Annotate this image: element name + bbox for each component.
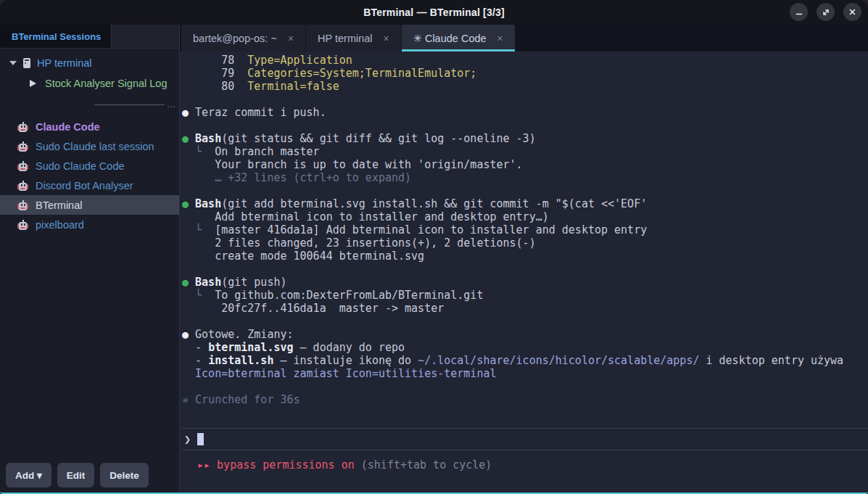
terminal-lines: 78 Type=Application 79 Categories=System… bbox=[182, 54, 868, 406]
robot-icon bbox=[17, 220, 28, 230]
session-label: Claude Code bbox=[36, 121, 100, 133]
terminal-line: ● Bash(git push) bbox=[182, 276, 868, 289]
terminal-line: … +32 lines (ctrl+o to expand) bbox=[182, 171, 868, 184]
terminal-line: ● Gotowe. Zmiany: bbox=[182, 328, 868, 341]
session-label: Sudo Claude last session bbox=[36, 141, 154, 152]
terminal-line bbox=[182, 184, 868, 197]
minimize-icon bbox=[795, 8, 803, 17]
computer-icon bbox=[23, 58, 30, 68]
terminal-line: 2 files changed, 23 insertions(+), 2 del… bbox=[182, 236, 868, 250]
robot-icon bbox=[17, 200, 28, 210]
terminal-pane: bartek@pop-os: ~×HP terminal×✳ Claude Co… bbox=[180, 25, 868, 493]
terminal-line bbox=[182, 93, 868, 106]
window-title: BTerminal — BTerminal [3/3] bbox=[363, 7, 505, 18]
robot-icon bbox=[17, 181, 28, 191]
tab-label: bartek@pop-os: ~ bbox=[193, 33, 277, 44]
text-cursor bbox=[197, 433, 204, 445]
terminal-line: - bterminal.svg — dodany do repo bbox=[182, 341, 868, 354]
tab-bartek-pop-os[interactable]: bartek@pop-os: ~× bbox=[181, 25, 305, 52]
session-label: Discord Bot Analyser bbox=[36, 180, 133, 192]
divider-handle-icon[interactable]: … bbox=[167, 102, 176, 107]
sidebar-item-claude-code[interactable]: Claude Code bbox=[0, 117, 179, 136]
chevron-down-icon[interactable] bbox=[9, 61, 17, 65]
delete-button[interactable]: Delete bbox=[100, 463, 149, 487]
terminal-line bbox=[182, 315, 868, 328]
terminal-line: ● Bash(git add bterminal.svg install.sh … bbox=[182, 197, 868, 210]
tab-claude-code[interactable]: ✳ Claude Code× bbox=[402, 25, 515, 52]
terminal-line bbox=[182, 380, 868, 393]
terminal-line: 78 Type=Application bbox=[182, 54, 868, 67]
main-split: BTerminal Sessions HP terminal Stock Ana… bbox=[0, 25, 868, 493]
session-list: Claude CodeSudo Claude last sessionSudo … bbox=[0, 117, 179, 234]
robot-icon bbox=[17, 141, 28, 152]
terminal-line bbox=[182, 263, 868, 276]
robot-icon bbox=[17, 122, 28, 132]
divider-line bbox=[94, 104, 165, 105]
tree-item-stock-analyser-signal-log[interactable]: Stock Analyser Signal Log bbox=[0, 73, 179, 94]
terminal-input[interactable]: ❯ bbox=[182, 428, 868, 450]
sidebar-item-sudo-claude-code[interactable]: Sudo Claude Code bbox=[0, 156, 179, 176]
session-label: BTerminal bbox=[36, 199, 82, 211]
session-label: Sudo Claude Code bbox=[36, 160, 125, 172]
tree-item-label: Stock Analyser Signal Log bbox=[45, 78, 167, 89]
app-window: BTerminal — BTerminal [3/3] bbox=[0, 0, 868, 494]
terminal-line: Your branch is up to date with 'origin/m… bbox=[182, 158, 868, 171]
sidebar-item-discord-bot-analyser[interactable]: Discord Bot Analyser bbox=[0, 176, 179, 195]
session-label: pixelboard bbox=[36, 219, 84, 231]
minimize-button[interactable] bbox=[790, 3, 808, 21]
edit-button[interactable]: Edit bbox=[57, 463, 95, 487]
terminal-line: └ To github.com:DexterFromLab/BTerminal.… bbox=[182, 289, 868, 302]
permissions-status: ▸▸ bypass permissions on (shift+tab to c… bbox=[182, 456, 868, 474]
robot-icon bbox=[17, 161, 28, 171]
window-controls bbox=[790, 3, 861, 21]
tab-close-icon[interactable]: × bbox=[288, 33, 294, 44]
sidebar-header-tab[interactable]: BTerminal Sessions bbox=[0, 25, 112, 48]
terminal-line: ● Bash(git status && git diff && git log… bbox=[182, 132, 868, 145]
close-button[interactable] bbox=[843, 3, 861, 21]
sidebar-item-pixelboard[interactable]: pixelboard bbox=[0, 215, 179, 234]
sidebar-spacer bbox=[0, 234, 179, 463]
terminal-line: ● Teraz commit i push. bbox=[182, 106, 868, 119]
tree-item-hp-terminal[interactable]: HP terminal bbox=[0, 53, 179, 73]
terminal-line: Icon=bterminal zamiast Icon=utilities-te… bbox=[182, 367, 868, 380]
tab-label: HP terminal bbox=[318, 33, 372, 44]
close-icon bbox=[848, 8, 856, 16]
sidebar-header-label: BTerminal Sessions bbox=[12, 31, 101, 42]
terminal-line: 79 Categories=System;TerminalEmulator; bbox=[182, 67, 868, 80]
title-bar: BTerminal — BTerminal [3/3] bbox=[0, 0, 868, 25]
terminal-line bbox=[182, 119, 868, 132]
sidebar-header: BTerminal Sessions bbox=[0, 25, 179, 49]
maximize-icon bbox=[822, 8, 830, 17]
add-button[interactable]: Add ▾ bbox=[6, 463, 51, 487]
session-tree: HP terminal Stock Analyser Signal Log bbox=[0, 49, 179, 94]
terminal-line: └ On branch master bbox=[182, 145, 868, 158]
terminal-line: 80 Terminal=false bbox=[182, 80, 868, 93]
status-mode-text: ▸▸ bypass permissions on bbox=[197, 458, 355, 472]
tab-close-icon[interactable]: × bbox=[384, 33, 389, 44]
tab-close-icon[interactable]: × bbox=[497, 33, 503, 44]
terminal-line: ✳ Crunched for 36s bbox=[182, 393, 868, 406]
sessions-sidebar: BTerminal Sessions HP terminal Stock Ana… bbox=[0, 25, 180, 493]
sidebar-item-bterminal[interactable]: BTerminal bbox=[0, 195, 179, 215]
tab-label: ✳ Claude Code bbox=[413, 33, 487, 44]
terminal-line: create mode 100644 bterminal.svg bbox=[182, 250, 868, 263]
terminal-output: 78 Type=Application 79 Categories=System… bbox=[180, 52, 868, 493]
status-hint-text: (shift+tab to cycle) bbox=[355, 458, 492, 472]
tree-item-label: HP terminal bbox=[37, 57, 91, 69]
terminal-line: Add bterminal icon to installer and desk… bbox=[182, 210, 868, 223]
tab-hp-terminal[interactable]: HP terminal× bbox=[306, 25, 401, 52]
sidebar-buttons: Add ▾EditDelete bbox=[0, 463, 179, 493]
play-icon bbox=[30, 80, 36, 87]
prompt-chevron: ❯ bbox=[184, 433, 197, 446]
terminal-line: 20fc27f..416da1a master -> master bbox=[182, 302, 868, 315]
terminal-line: └ [master 416da1a] Add bterminal icon to… bbox=[182, 223, 868, 236]
sidebar-divider[interactable]: … bbox=[94, 102, 176, 107]
sidebar-item-sudo-claude-last-session[interactable]: Sudo Claude last session bbox=[0, 136, 179, 156]
terminal-line: - install.sh — instaluje ikonę do ~/.loc… bbox=[182, 354, 868, 367]
tab-bar: bartek@pop-os: ~×HP terminal×✳ Claude Co… bbox=[180, 25, 868, 52]
maximize-button[interactable] bbox=[817, 3, 835, 21]
